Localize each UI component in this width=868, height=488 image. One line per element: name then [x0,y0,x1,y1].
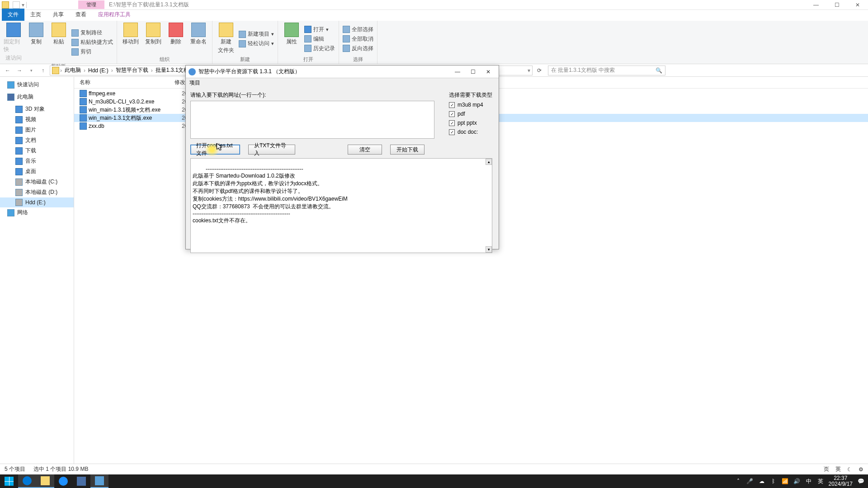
newitem-button[interactable]: 新建项目 ▾ [239,30,274,38]
open-button[interactable]: 打开 ▾ [304,26,335,33]
import-txt-button[interactable]: 从TXT文件导入 [248,145,295,155]
url-input[interactable] [190,101,434,139]
dialog-menu-project[interactable]: 项目 [186,78,499,88]
sidebar-icon [7,81,14,89]
back-button[interactable]: ← [3,66,13,75]
moon-icon[interactable]: ☾ [847,466,852,473]
sidebar-item[interactable]: 视频 [0,114,74,125]
close-button[interactable]: ✕ [847,0,868,10]
tray-date[interactable]: 2024/9/17 [829,481,853,487]
recent-button[interactable]: ▾ [26,66,36,75]
taskbar-ie[interactable] [54,474,72,488]
pasteshortcut-button[interactable]: 粘贴快捷方式 [71,38,113,46]
selectnone-button[interactable]: 全部取消 [343,35,373,43]
sidebar-item[interactable]: 3D 对象 [0,104,74,114]
tray-ime[interactable]: 中 [805,478,812,485]
tray-mic-icon[interactable]: 🎤 [746,478,754,485]
copyto-button[interactable]: 复制到 [143,23,163,55]
selection-info: 选中 1 个项目 10.9 MB [33,465,88,473]
tray-lang[interactable]: 英 [817,478,824,485]
header-name[interactable]: 名称 [80,79,175,86]
tab-view[interactable]: 查看 [70,9,92,21]
easyaccess-button[interactable]: 轻松访问 ▾ [239,40,274,47]
click-highlight [204,143,220,156]
type-checkbox[interactable]: ✓m3u8 mp4 [449,102,494,108]
download-dialog: 智慧中小学平台资源下载 1.3.1 （文档版） — ☐ ✕ 项目 请输入要下载的… [185,65,499,249]
properties-button[interactable]: 属性 [282,23,302,55]
start-button[interactable] [0,474,18,488]
newfolder-button[interactable]: 新建文件夹 [216,23,236,55]
sidebar-item[interactable]: 文档 [0,135,74,145]
cut-button[interactable]: 剪切 [71,48,113,56]
crumb-item[interactable]: 智慧平台下载 [114,66,150,74]
window-path: E:\智慧平台下载\批量1.3.1文档版 [109,1,189,9]
sidebar-icon [7,94,14,101]
sidebar-icon [15,116,23,123]
edit-button[interactable]: 编辑 [304,35,335,43]
moveto-button[interactable]: 移动到 [121,23,141,55]
dialog-titlebar[interactable]: 智慧中小学平台资源下载 1.3.1 （文档版） — ☐ ✕ [186,66,499,78]
sidebar-icon [15,127,23,134]
crumb-item[interactable]: 此电脑 [63,66,83,74]
invert-button[interactable]: 反向选择 [343,45,373,52]
rename-button[interactable]: 重命名 [189,23,208,55]
sidebar-item[interactable]: 图片 [0,125,74,135]
taskbar-app1[interactable] [72,474,90,488]
scroll-down-button[interactable]: ▾ [486,246,492,253]
taskbar-app2[interactable] [90,474,108,488]
pin-button[interactable]: 固定到快速访问 [4,23,24,62]
open-cookies-button[interactable]: 打开cookies.txt文件 [190,145,240,155]
selectall-button[interactable]: 全部选择 [343,26,373,33]
tab-apptools[interactable]: 应用程序工具 [92,9,137,21]
ime-lang[interactable]: 英 [835,465,841,473]
sidebar-icon [15,178,23,186]
start-download-button[interactable]: 开始下载 [390,145,425,155]
tab-file[interactable]: 文件 [2,9,24,21]
type-checkbox[interactable]: ✓doc doc: [449,129,494,135]
search-input[interactable]: 在 批量1.3.1文档版 中搜索🔍 [548,66,665,75]
tray-cloud-icon[interactable]: ☁ [758,478,765,485]
manage-tab[interactable]: 管理 [78,0,104,9]
up-button[interactable]: ↑ [38,66,48,75]
forward-button[interactable]: → [14,66,24,75]
checkbox-icon: ✓ [449,111,455,117]
tray-wifi-icon[interactable]: 📶 [782,478,789,485]
taskbar-explorer[interactable] [36,474,54,488]
sidebar-item[interactable]: 音乐 [0,156,74,166]
crumb-item[interactable]: Hdd (E:) [86,67,110,74]
scroll-up-button[interactable]: ▴ [486,159,492,165]
log-output[interactable]: ----------------------------------------… [190,158,492,253]
sidebar-item[interactable]: 快速访问 [0,80,74,90]
copy-button[interactable]: 复制 [26,23,46,62]
clear-button[interactable]: 清空 [348,145,382,155]
folder-icon [52,67,59,74]
taskbar-edge[interactable] [18,474,36,488]
sidebar-item[interactable]: 网络 [0,207,74,218]
sidebar-item[interactable]: 桌面 [0,166,74,177]
sidebar-item[interactable]: 本地磁盘 (D:) [0,187,74,197]
paste-button[interactable]: 粘贴 [49,23,69,62]
sidebar-item[interactable]: Hdd (E:) [0,197,74,207]
sidebar-item[interactable]: 此电脑 [0,92,74,102]
dlg-maximize-button[interactable]: ☐ [465,67,481,77]
tab-home[interactable]: 主页 [24,9,47,21]
dlg-minimize-button[interactable]: — [450,67,465,77]
type-checkbox[interactable]: ✓pdf [449,111,494,117]
copypath-button[interactable]: 复制路径 [71,29,113,37]
dlg-close-button[interactable]: ✕ [481,67,496,77]
refresh-button[interactable]: ⟳ [534,66,544,75]
sidebar-item[interactable]: 本地磁盘 (C:) [0,177,74,187]
sidebar-item[interactable]: 下载 [0,145,74,156]
tray-bluetooth-icon[interactable]: ᛒ [770,478,777,485]
delete-button[interactable]: 删除 [166,23,186,55]
tab-share[interactable]: 共享 [47,9,70,21]
tray-chevron-icon[interactable]: ˄ [735,478,742,485]
maximize-button[interactable]: ☐ [826,0,847,10]
history-button[interactable]: 历史记录 [304,45,335,52]
minimize-button[interactable]: — [806,0,826,10]
tray-notifications-icon[interactable]: 💬 [857,478,864,485]
type-checkbox[interactable]: ✓ppt pptx [449,120,494,126]
ime-indicator[interactable]: 页 [824,465,829,473]
tray-sound-icon[interactable]: 🔊 [793,478,801,485]
gear-icon[interactable]: ⚙ [859,466,863,473]
